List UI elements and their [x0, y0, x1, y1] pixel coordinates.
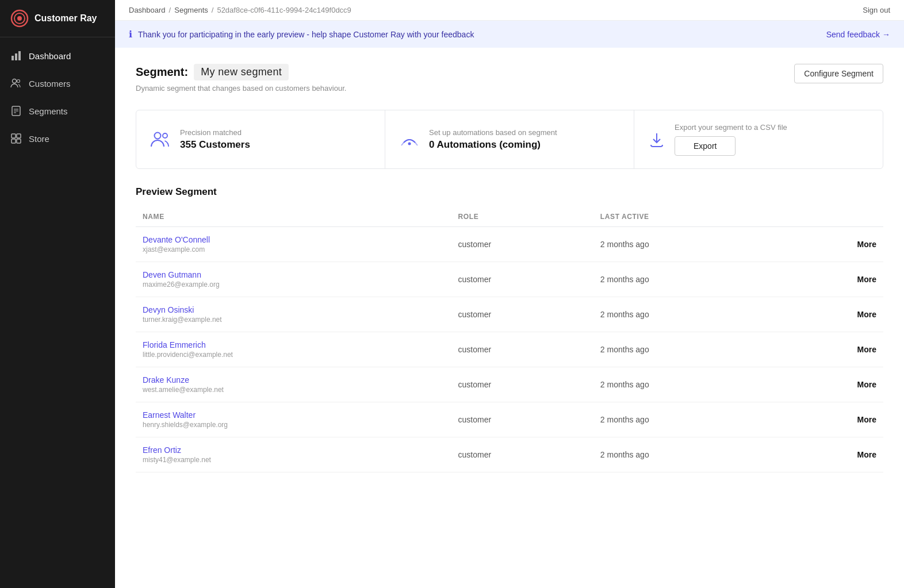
breadcrumb: Dashboard / Segments / 52daf8ce-c0f6-411… [129, 6, 351, 14]
more-button[interactable]: More [857, 450, 876, 459]
svg-rect-15 [17, 139, 21, 143]
customers-table-body: Devante O'Connell xjast@example.com cust… [136, 227, 883, 472]
table-row: Florida Emmerich little.providenci@examp… [136, 332, 883, 367]
customer-email: turner.kraig@example.net [143, 316, 445, 324]
customer-more: More [783, 262, 883, 297]
svg-point-18 [408, 142, 411, 145]
more-button[interactable]: More [857, 415, 876, 424]
more-button[interactable]: More [857, 310, 876, 319]
breadcrumb-sep2: / [212, 6, 214, 14]
breadcrumb-dashboard[interactable]: Dashboard [129, 6, 166, 14]
customer-name[interactable]: Deven Gutmann [143, 270, 445, 279]
customer-last-active: 2 months ago [593, 262, 783, 297]
customer-last-active: 2 months ago [593, 437, 783, 472]
preview-title: Preview Segment [136, 186, 883, 198]
breadcrumb-segments[interactable]: Segments [174, 6, 208, 14]
customer-name[interactable]: Florida Emmerich [143, 340, 445, 349]
customer-email: maxime26@example.org [143, 280, 445, 289]
sidebar: Customer Ray Dashboard Cu [0, 0, 115, 588]
customer-more: More [783, 332, 883, 367]
table-row: Devante O'Connell xjast@example.com cust… [136, 227, 883, 262]
stat-automations-label: Set up automations based on segment [429, 128, 557, 137]
customer-email: west.amelie@example.net [143, 386, 445, 394]
svg-rect-14 [12, 139, 16, 143]
customer-name-cell: Efren Ortiz misty41@example.net [136, 437, 451, 472]
segment-description: Dynamic segment that changes based on cu… [136, 84, 346, 93]
customer-more: More [783, 402, 883, 437]
main-content: Dashboard / Segments / 52daf8ce-c0f6-411… [115, 0, 904, 588]
more-button[interactable]: More [857, 345, 876, 354]
stat-automations-value: 0 Automations (coming) [429, 139, 557, 151]
stat-customers-value: 355 Customers [180, 139, 250, 151]
customer-role: customer [451, 297, 593, 332]
customer-last-active: 2 months ago [593, 367, 783, 402]
customer-name[interactable]: Devyn Osinski [143, 305, 445, 314]
segment-title: Segment: My new segment [136, 64, 346, 80]
segment-label: Segment: [136, 66, 188, 79]
customer-role: customer [451, 402, 593, 437]
stat-automations-text: Set up automations based on segment 0 Au… [429, 128, 557, 151]
bar-chart-icon [10, 50, 22, 62]
stat-card-automations: Set up automations based on segment 0 Au… [385, 110, 634, 168]
table-row: Deven Gutmann maxime26@example.org custo… [136, 262, 883, 297]
customer-name-cell: Devante O'Connell xjast@example.com [136, 227, 451, 262]
sidebar-item-customers-label: Customers [29, 79, 71, 89]
svg-rect-5 [18, 51, 21, 60]
sidebar-item-store[interactable]: Store [0, 125, 115, 152]
customer-email: little.providenci@example.net [143, 351, 445, 359]
banner-text: Thank you for participating in the early… [138, 30, 474, 39]
users-icon [10, 78, 22, 89]
breadcrumb-id: 52daf8ce-c0f6-411c-9994-24c149f0dcc9 [217, 6, 351, 14]
export-text-area: Export your segment to a CSV file Export [675, 123, 787, 156]
svg-point-6 [13, 79, 17, 83]
table-row: Efren Ortiz misty41@example.net customer… [136, 437, 883, 472]
more-button[interactable]: More [857, 240, 876, 249]
export-label: Export your segment to a CSV file [675, 123, 787, 132]
topbar: Dashboard / Segments / 52daf8ce-c0f6-411… [115, 0, 904, 21]
customer-name[interactable]: Earnest Walter [143, 410, 445, 420]
customer-email: xjast@example.com [143, 245, 445, 253]
sidebar-logo: Customer Ray [0, 0, 115, 37]
send-feedback-link[interactable]: Send feedback → [826, 30, 890, 39]
customer-name[interactable]: Drake Kunze [143, 375, 445, 385]
export-button[interactable]: Export [675, 136, 736, 156]
configure-segment-button[interactable]: Configure Segment [794, 64, 883, 83]
stat-card-customers: Precision matched 355 Customers [136, 110, 385, 168]
customer-name[interactable]: Efren Ortiz [143, 445, 445, 455]
banner-message-area: ℹ Thank you for participating in the ear… [129, 29, 474, 40]
svg-rect-4 [15, 53, 17, 60]
customer-name-cell: Drake Kunze west.amelie@example.net [136, 367, 451, 402]
sidebar-item-dashboard[interactable]: Dashboard [0, 42, 115, 70]
customer-name-cell: Earnest Walter henry.shields@example.org [136, 402, 451, 437]
stat-card-export: Export your segment to a CSV file Export [634, 110, 883, 168]
table-row: Earnest Walter henry.shields@example.org… [136, 402, 883, 437]
segment-title-area: Segment: My new segment Dynamic segment … [136, 64, 346, 93]
customer-name-cell: Florida Emmerich little.providenci@examp… [136, 332, 451, 367]
preview-section: Preview Segment NAME ROLE LAST ACTIVE De… [115, 180, 904, 472]
svg-rect-3 [12, 56, 14, 60]
customer-more: More [783, 227, 883, 262]
sidebar-item-store-label: Store [29, 134, 49, 144]
more-button[interactable]: More [857, 380, 876, 389]
customer-role: customer [451, 227, 593, 262]
segment-header: Segment: My new segment Dynamic segment … [115, 48, 904, 98]
table-row: Devyn Osinski turner.kraig@example.net c… [136, 297, 883, 332]
col-role: ROLE [451, 207, 593, 227]
document-icon [10, 105, 22, 117]
feedback-banner: ℹ Thank you for participating in the ear… [115, 21, 904, 48]
col-actions [783, 207, 883, 227]
customer-name[interactable]: Devante O'Connell [143, 235, 445, 244]
customer-more: More [783, 437, 883, 472]
sign-out-button[interactable]: Sign out [863, 6, 890, 14]
sidebar-item-customers[interactable]: Customers [0, 70, 115, 97]
customer-email: henry.shields@example.org [143, 421, 445, 429]
info-icon: ℹ [129, 29, 132, 40]
sidebar-item-segments-label: Segments [29, 106, 68, 116]
col-name: NAME [136, 207, 451, 227]
svg-point-17 [163, 133, 167, 138]
customer-last-active: 2 months ago [593, 227, 783, 262]
sidebar-item-segments[interactable]: Segments [0, 97, 115, 125]
svg-point-2 [17, 16, 22, 21]
more-button[interactable]: More [857, 275, 876, 284]
customer-role: customer [451, 262, 593, 297]
